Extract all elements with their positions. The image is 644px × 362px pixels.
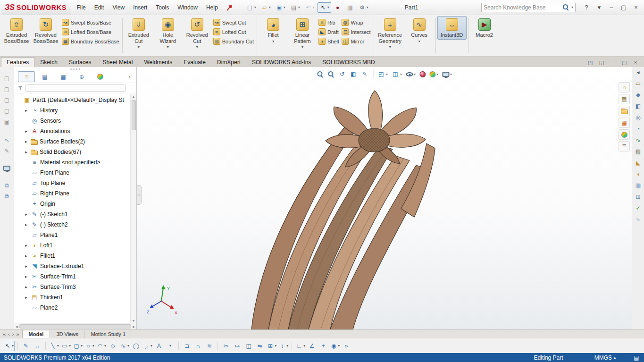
tree-item-right-plane[interactable]: ▱Right Plane — [14, 188, 136, 199]
slot-button[interactable]: ▢▾ — [72, 341, 83, 351]
display-monitor-icon[interactable] — [3, 166, 10, 171]
curves-button[interactable]: ∿Curves▾ — [405, 16, 434, 45]
intersection-curve-button[interactable]: ∩ — [193, 341, 203, 351]
swept-boss-base-button[interactable]: ↝Swept Boss/Base — [62, 19, 119, 26]
first-tab-button[interactable]: « — [3, 331, 6, 337]
tab-features[interactable]: Features — [1, 57, 34, 67]
extruded-cut-button[interactable]: ⇩ExtrudedCut▾ — [124, 16, 153, 51]
sensor-icon[interactable]: ◎ — [635, 114, 642, 121]
dropdown-caret-icon[interactable]: ▾ — [196, 45, 198, 49]
expand-arrow-icon[interactable]: ▸ — [24, 150, 29, 154]
expand-arrow-icon[interactable]: ▸ — [24, 243, 29, 248]
custom-properties-tab[interactable]: ≣ — [619, 141, 630, 152]
swept-cut-button[interactable]: ↝Swept Cut — [213, 19, 254, 26]
macro2-button[interactable]: ▶Macro2 — [470, 16, 499, 40]
search-input[interactable] — [484, 4, 561, 11]
tab-evaluate[interactable]: Evaluate — [178, 57, 211, 67]
dropdown-caret-icon[interactable]: ▾ — [138, 45, 140, 49]
tree-item-surface-trim1[interactable]: ▸✂Surface-Trim1 — [14, 271, 136, 282]
line-button[interactable]: ╲▾ — [49, 341, 59, 351]
sketch-button[interactable]: ✎ — [21, 341, 31, 351]
open-button[interactable]: ▱▾ — [259, 2, 273, 13]
doc-tab-model[interactable]: Model — [22, 330, 50, 338]
scrollbar-thumb[interactable] — [19, 324, 132, 328]
extruded-boss-base-button[interactable]: ⇧ExtrudedBoss/Base — [2, 16, 31, 45]
hole-wizard-button[interactable]: ◉HoleWizard▾ — [153, 16, 183, 51]
filter-input[interactable] — [25, 84, 126, 92]
commandmanager-float-icon[interactable]: ◳ — [586, 59, 594, 66]
view-settings-button[interactable]: ▾ — [441, 71, 453, 78]
dropdown-caret-icon[interactable]: ▾ — [386, 72, 388, 76]
mirror-button[interactable]: ◫Mirror — [342, 38, 370, 45]
tab-surfaces[interactable]: Surfaces — [63, 57, 97, 67]
fillet-button[interactable]: ◕Fillet▾ — [259, 16, 288, 45]
tree-vertical-scrollbar[interactable]: ▴ ▾ — [130, 94, 136, 323]
rectangle-button[interactable]: ▭▾ — [60, 341, 71, 351]
tree-item-sketch2[interactable]: ▸✎(-) Sketch2 — [14, 219, 136, 230]
dropdown-caret-icon[interactable]: ▾ — [436, 72, 438, 76]
linear-sketch-pattern-button[interactable]: ⊞▾ — [266, 341, 277, 351]
file-explorer-tab[interactable] — [619, 106, 630, 116]
search-dropdown-caret-icon[interactable]: ▾ — [571, 5, 573, 9]
next-tab-button[interactable]: › — [12, 331, 14, 337]
scroll-up-icon[interactable]: ▴ — [133, 94, 134, 99]
save-button[interactable]: ▣▾ — [274, 2, 287, 13]
section-properties-icon[interactable]: ◧ — [635, 102, 642, 110]
dropdown-caret-icon[interactable]: ▾ — [286, 344, 288, 348]
dropdown-caret-icon[interactable]: ▾ — [414, 72, 416, 76]
measure-icon[interactable]: ▭ — [635, 80, 642, 87]
lofted-cut-button[interactable]: ≈Lofted Cut — [213, 28, 254, 35]
tree-item-plane1[interactable]: ▱Plane1 — [14, 230, 136, 240]
tree-item-plane2[interactable]: ▱Plane2 — [14, 303, 136, 313]
edit-appearance-button[interactable] — [418, 70, 427, 78]
minimize-button[interactable]: – — [605, 4, 618, 11]
arc-button[interactable]: ◠▾ — [96, 341, 107, 351]
tree-item-front-plane[interactable]: ▱Front Plane — [14, 168, 136, 178]
performance-evaluation-icon[interactable]: ◔ — [635, 125, 642, 133]
dropdown-caret-icon[interactable]: ▾ — [272, 39, 274, 43]
graphics-area[interactable]: ↺◧✎◰▾◫▾▾▾▾ — [137, 67, 632, 329]
boundary-cut-button[interactable]: ▥Boundary Cut — [213, 38, 254, 45]
menu-view[interactable]: View — [108, 2, 129, 13]
dropdown-caret-icon[interactable]: ▾ — [389, 45, 391, 49]
tree-item-history[interactable]: ▸◔History — [14, 105, 136, 116]
rapid-sketch-button[interactable]: » — [341, 341, 351, 351]
text-button[interactable]: A — [154, 341, 164, 351]
tab-solidworks-mbd[interactable]: SOLIDWORKS MBD — [317, 57, 380, 67]
undercut-analysis-icon[interactable]: ◖ — [635, 170, 642, 178]
repair-sketch-button[interactable]: + — [318, 341, 328, 351]
undo-button[interactable]: ↶▾ — [303, 2, 317, 13]
revolved-cut-button[interactable]: ↺RevolvedCut▾ — [183, 16, 212, 51]
circle-button[interactable]: ○▾ — [84, 341, 95, 351]
dropdown-caret-icon[interactable]: ▾ — [92, 344, 94, 348]
section-view-button[interactable]: ◧ — [349, 69, 358, 79]
dropdown-caret-icon[interactable]: ▾ — [303, 344, 305, 348]
document-restore-icon[interactable]: ▢ — [620, 59, 628, 66]
tree-item-top-plane[interactable]: ▱Top Plane — [14, 178, 136, 188]
previous-view-button[interactable]: ↺ — [337, 69, 347, 79]
dropdown-caret-icon[interactable]: ▾ — [418, 39, 420, 43]
clipboard-icon[interactable]: ▣ — [3, 118, 11, 126]
tree-item-origin[interactable]: +Origin — [14, 199, 136, 209]
expand-arrow-icon[interactable]: ▸ — [24, 264, 29, 269]
stacked-windows-icon[interactable]: ⧉ — [3, 182, 11, 189]
quick-snaps-button[interactable]: ◉▾ — [329, 341, 340, 351]
display-relations-button[interactable]: ∟▾ — [295, 341, 306, 351]
expand-arrow-icon[interactable]: ▸ — [24, 222, 29, 227]
curvature-icon[interactable]: ∿ — [635, 136, 642, 144]
zoom-to-area-button[interactable] — [326, 70, 335, 79]
tab-sketch[interactable]: Sketch — [34, 57, 63, 67]
file-properties-button[interactable]: ▥ — [344, 2, 356, 13]
unit-system-selector[interactable]: MMGS ▴ — [594, 354, 616, 361]
lofted-boss-base-button[interactable]: ≋Lofted Boss/Base — [62, 28, 119, 35]
trim-entities-button[interactable]: ✂ — [221, 341, 231, 351]
dropdown-caret-icon[interactable]: ▾ — [400, 72, 402, 76]
scroll-left-icon[interactable]: ◂ — [16, 324, 18, 329]
document-close-icon[interactable]: × — [632, 59, 639, 66]
select-tool-button[interactable]: ↖▾ — [3, 341, 15, 351]
shell-button[interactable]: ◖Shell — [318, 38, 339, 45]
stacked-windows-icon[interactable]: ⧉ — [3, 193, 11, 200]
tree-item-sketch1[interactable]: ▸✎(-) Sketch1 — [14, 209, 136, 219]
spline-button[interactable]: ∿▾ — [119, 341, 130, 351]
dropdown-caret-icon[interactable]: ▾ — [301, 45, 303, 49]
